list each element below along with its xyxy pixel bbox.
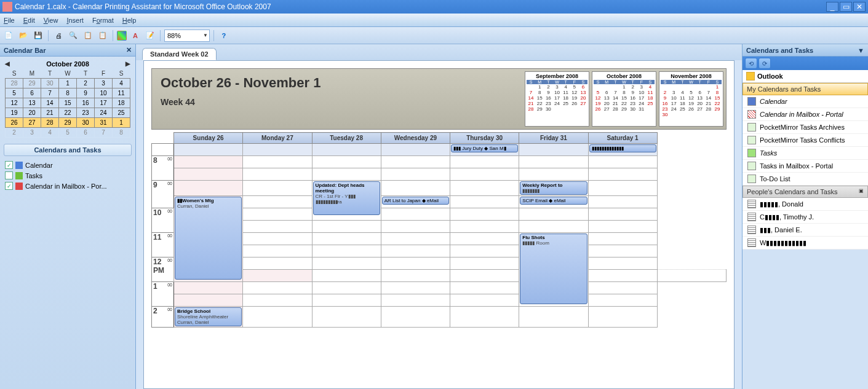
menu-format[interactable]: Format [92, 17, 114, 24]
minical-table[interactable]: SMTWTFS282930123456789101112131415161718… [5, 69, 130, 138]
calendars-tasks-header: Calendars and Tasks [4, 144, 132, 156]
event[interactable]: Flu Shots▮▮▮▮▮ Room [520, 234, 587, 304]
expand-icon[interactable]: ▣ [859, 188, 864, 195]
people-calendars-header[interactable]: People's Calendars and Tasks ▣ [743, 186, 868, 198]
titlebar: Calendar 1.calx - Calendar Printing Assi… [0, 0, 868, 14]
help-button[interactable]: ? [218, 29, 230, 42]
mini-calendar: ◀ October 2008 ▶ SMTWTFS2829301234567891… [0, 57, 135, 140]
minical-title: October 2008 [46, 60, 89, 68]
outlook-icon [746, 72, 755, 81]
person-label: W▮▮▮▮▮▮▮▮▮▮▮ [760, 239, 806, 247]
calendar-color-icon [747, 136, 756, 144]
copy-button[interactable]: 📋 [82, 29, 94, 42]
save-button[interactable]: 💾 [32, 29, 44, 42]
event[interactable]: AR List to Japan ◆ eMail [382, 197, 449, 205]
date-range: October 26 - November 1 [161, 75, 514, 91]
zoom-combo[interactable]: ▼ [164, 29, 210, 42]
tab-standard-week[interactable]: Standard Week 02 [142, 48, 217, 60]
event[interactable]: Updated: Dept heads meetingCR - 1st Flr … [313, 181, 380, 215]
my-calendars-header[interactable]: My Calendars and Tasks [743, 83, 868, 95]
print-preview: October 26 - November 1 Week 44 Septembe… [143, 60, 735, 389]
new-button[interactable]: 📄 [2, 29, 15, 42]
minimize-button[interactable]: _ [826, 2, 838, 12]
event[interactable]: ▮▮Women's MtgCurran, Daniel [175, 197, 242, 280]
app-icon [2, 2, 12, 12]
tabstrip: Standard Week 02 [136, 44, 742, 60]
calendar-list-item[interactable]: ✓Tasks [5, 170, 130, 181]
prev-month-button[interactable]: ◀ [5, 60, 10, 67]
chevron-down-icon[interactable]: ▼ [858, 47, 864, 54]
calendar-color-icon [15, 162, 23, 169]
preview-button[interactable]: 🔍 [67, 29, 79, 42]
calendar-item[interactable]: PocketMirror Tasks Conflicts [743, 134, 868, 147]
calendar-color-icon [747, 213, 756, 221]
close-button[interactable]: ✕ [853, 2, 866, 12]
calendar-label: Calendar in Mailbox - Portal [760, 111, 843, 118]
paste-button[interactable]: 📋 [97, 29, 109, 42]
calendar-color-icon [747, 162, 756, 170]
event[interactable]: Weekly Report to▮▮▮▮▮▮▮ [520, 181, 587, 195]
menu-edit[interactable]: Edit [23, 17, 35, 24]
calendar-item[interactable]: Tasks in Mailbox - Portal [743, 160, 868, 173]
forward-button[interactable]: ⟳ [759, 58, 771, 69]
maximize-button[interactable]: ▭ [840, 2, 852, 12]
calendar-list: ✓Calendar✓Tasks✓Calendar in Mailbox - Po… [0, 160, 135, 191]
calendar-color-icon [747, 238, 756, 247]
person-label: C▮▮▮▮, Timothy J. [760, 213, 814, 221]
calendar-color-icon [747, 123, 756, 132]
day-header: Sunday 26 [174, 133, 243, 144]
allday-event[interactable]: ▮▮▮ Jury Duty ◆ San M▮ [451, 144, 518, 152]
my-calendars-list: CalendarCalendar in Mailbox - PortalPock… [743, 95, 868, 186]
calendar-item[interactable]: Calendar in Mailbox - Portal [743, 108, 868, 121]
person-calendar-item[interactable]: C▮▮▮▮, Timothy J. [743, 211, 868, 224]
calendar-item[interactable]: PocketMirror Tasks Archives [743, 121, 868, 134]
calendar-item[interactable]: Calendar [743, 95, 868, 108]
header-minical: November 2008SMTWTFS12345678910111213141… [659, 71, 723, 127]
calendar-label: Tasks in Mailbox - Portal [760, 162, 833, 170]
print-button[interactable]: 🖨 [52, 29, 65, 42]
menu-help[interactable]: Help [122, 17, 137, 24]
calendar-label: Calendar in Mailbox - Por... [25, 183, 107, 190]
menu-view[interactable]: View [44, 17, 58, 24]
close-icon[interactable]: ✕ [126, 46, 132, 54]
open-button[interactable]: 📂 [17, 29, 30, 42]
toolbar: 📄 📂 💾 🖨 🔍 📋 📋 A 📝 ▼ ? [0, 27, 868, 44]
calendar-label: PocketMirror Tasks Conflicts [760, 136, 845, 144]
person-calendar-item[interactable]: ▮▮▮, Daniel E. [743, 224, 868, 237]
person-calendar-item[interactable]: ▮▮▮▮▮, Donald [743, 198, 868, 211]
format-button[interactable]: 📝 [144, 29, 156, 42]
checkbox-icon[interactable]: ✓ [5, 171, 13, 179]
right-pane-title: Calendars and Tasks [746, 47, 813, 54]
person-calendar-item[interactable]: W▮▮▮▮▮▮▮▮▮▮▮ [743, 237, 868, 250]
menu-file[interactable]: File [4, 17, 15, 24]
calendar-label: Tasks [25, 172, 42, 179]
checkbox-icon[interactable]: ✓ [5, 161, 13, 169]
calendar-item[interactable]: To-Do List [743, 173, 868, 186]
people-calendars-list: ▮▮▮▮▮, DonaldC▮▮▮▮, Timothy J.▮▮▮, Danie… [743, 198, 868, 250]
calendar-list-item[interactable]: ✓Calendar [5, 160, 130, 170]
chevron-down-icon[interactable]: ▼ [203, 33, 208, 38]
header-minical: October 2008SMTWTFS123456789101112131415… [592, 71, 656, 127]
checkbox-icon[interactable]: ✓ [5, 182, 13, 190]
allday-event[interactable]: ▮▮▮▮▮▮▮▮▮▮▮▮▮ [589, 144, 656, 152]
outlook-header[interactable]: Outlook [743, 70, 868, 83]
left-pane: Calendar Bar ✕ ◀ October 2008 ▶ SMTWTFS2… [0, 44, 136, 389]
event[interactable]: SCIP Email ◆ eMail [520, 197, 587, 205]
event[interactable]: Bridge SchoolShoreline AmphitheaterCurra… [175, 307, 242, 326]
calendar-color-icon [747, 149, 756, 157]
font-button[interactable]: A [129, 29, 141, 42]
calendar-color-icon [747, 175, 756, 183]
menu-insert[interactable]: Insert [66, 17, 84, 24]
day-header: Thursday 30 [450, 133, 519, 144]
zoom-input[interactable] [166, 32, 203, 39]
grid-button[interactable] [117, 31, 127, 41]
back-button[interactable]: ⟲ [745, 58, 757, 69]
calendar-label: Calendar [25, 162, 53, 169]
calendar-list-item[interactable]: ✓Calendar in Mailbox - Por... [5, 181, 130, 191]
calendar-label: Tasks [760, 149, 777, 157]
calendar-color-icon [15, 172, 23, 179]
calendar-color-icon [747, 97, 756, 106]
next-month-button[interactable]: ▶ [125, 60, 130, 67]
right-pane: Calendars and Tasks ▼ ⟲ ⟳ Outlook My Cal… [742, 44, 868, 389]
calendar-item[interactable]: Tasks [743, 147, 868, 160]
